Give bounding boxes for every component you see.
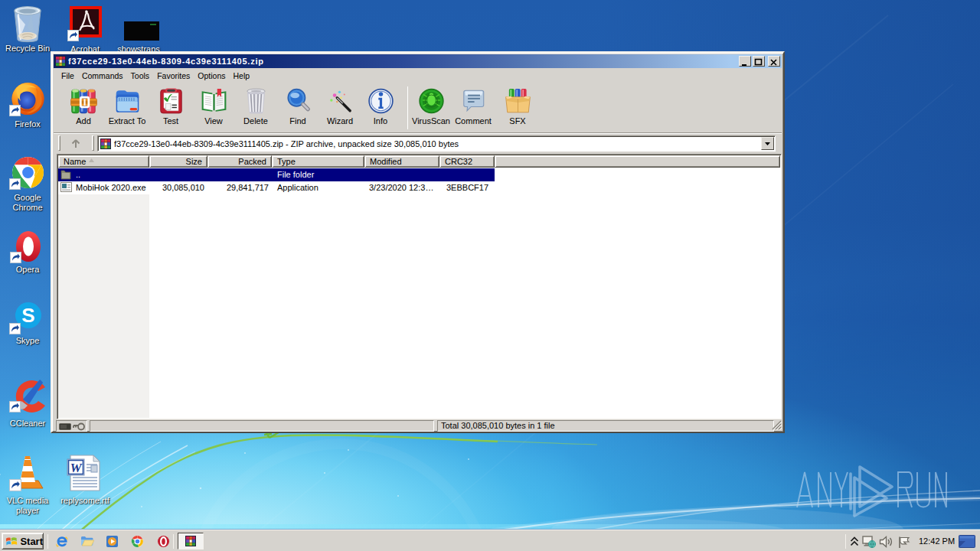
svg-text:W: W <box>70 461 83 475</box>
svg-text:S: S <box>21 304 34 327</box>
